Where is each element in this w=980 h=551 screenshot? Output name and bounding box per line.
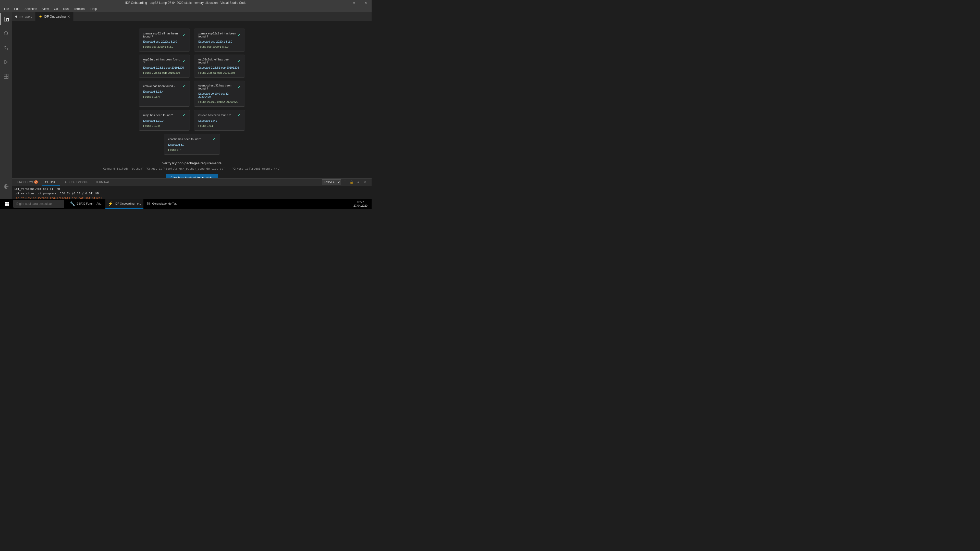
card-title-2-1: openocd-esp32 has been found ? — [198, 84, 238, 90]
panel-controls: ESP-IDF ☰ 🔒 ∧ ✕ — [322, 179, 369, 185]
menu-view[interactable]: View — [40, 6, 51, 11]
card-esp32s2ulp-elf: esp32s2ulp-elf has been found ? ✓ Expect… — [194, 55, 245, 78]
svg-rect-7 — [6, 76, 8, 79]
card-check-3-0: ✓ — [183, 113, 186, 117]
svg-rect-11 — [5, 202, 7, 204]
run-debug-icon[interactable] — [0, 56, 12, 68]
svg-rect-4 — [4, 74, 6, 76]
tab-modified-indicator — [15, 16, 18, 17]
tab-idf-onboarding[interactable]: ⚡ IDF Onboarding ✕ — [35, 12, 73, 21]
card-check-2-1: ✓ — [238, 85, 241, 89]
taskbar-time: 02:27 27/04/2020 — [353, 200, 368, 208]
taskbar-apps: 🔧 ESP32 Forum - Att... ⚡ IDF Onboarding … — [67, 199, 181, 209]
panel-tab-terminal-label: TERMINAL — [95, 181, 110, 184]
card-expected-1-0: Expected 2.28.51-esp-20191205 — [143, 66, 186, 69]
menu-bar: File Edit Selection View Go Run Terminal… — [0, 6, 372, 12]
card-title-3-1: idf-exe has been found ? — [198, 114, 231, 117]
verify-title: Verify Python packages requirements — [22, 161, 361, 165]
menu-file[interactable]: File — [2, 6, 11, 11]
card-check-ccache: ✓ — [213, 137, 216, 141]
remote-icon[interactable] — [0, 180, 12, 192]
taskbar-time-value: 02:27 — [357, 200, 364, 203]
editor-content[interactable]: xtensa-esp32-elf has been found ? ✓ Expe… — [12, 21, 372, 178]
explorer-icon[interactable] — [0, 13, 12, 25]
check-tools-button[interactable]: Click here to check tools exists. — [166, 174, 218, 178]
taskbar-app-2[interactable]: 🖥 Gerenciador de Tar... — [144, 199, 181, 209]
card-title-0-0: xtensa-esp32-elf has been found ? — [143, 32, 183, 38]
title-bar: IDF Onboarding - esp32-Lamp-07-04-2020-s… — [0, 0, 372, 6]
card-check-0-1: ✓ — [238, 33, 241, 37]
close-button[interactable]: ✕ — [360, 0, 372, 6]
verify-command: Command failed: "python" "C:\esp-idf\too… — [22, 167, 361, 170]
menu-terminal[interactable]: Terminal — [72, 6, 87, 11]
maximize-button[interactable]: □ — [348, 0, 360, 6]
taskbar-app-label-2: Gerenciador de Tar... — [152, 202, 178, 205]
card-cmake: cmake has been found ? ✓ Expected 3.16.4… — [139, 81, 190, 106]
panel-lock-btn[interactable]: 🔒 — [348, 179, 354, 185]
taskbar-app-icon-1: ⚡ — [108, 201, 113, 206]
activity-bar — [0, 12, 12, 209]
card-check-1-0: ✓ — [183, 59, 186, 63]
card-idf-exe: idf-exe has been found ? ✓ Expected 1.0.… — [194, 110, 245, 130]
card-expected-1-1: Expected 2.28.51-esp-20191205 — [198, 66, 241, 69]
panel-tab-output-label: OUTPUT — [45, 181, 57, 184]
search-icon[interactable] — [0, 27, 12, 40]
main-area: my_app.c ⚡ IDF Onboarding ✕ xtensa-esp32… — [12, 12, 372, 209]
tab-output[interactable]: OUTPUT — [42, 179, 60, 186]
card-header-2-1: openocd-esp32 has been found ? ✓ — [198, 84, 241, 90]
card-found-0-0: Found esp-2020r1-8.2.0 — [143, 45, 186, 48]
panel-lines-btn[interactable]: ☰ — [342, 179, 348, 185]
panel-tabs: PROBLEMS 2 OUTPUT DEBUG CONSOLE TERMINAL — [12, 179, 372, 186]
menu-help[interactable]: Help — [89, 6, 99, 11]
verify-section: Verify Python packages requirements Comm… — [22, 161, 361, 178]
card-found-3-0: Found 1.10.0 — [143, 124, 186, 127]
taskbar-search-input[interactable] — [13, 200, 64, 208]
window-title: IDF Onboarding - esp32-Lamp-07-04-2020-s… — [125, 1, 247, 5]
source-control-icon[interactable] — [0, 41, 12, 54]
card-found-2-1: Found v0.10.0-esp32-20200420 — [198, 100, 241, 103]
svg-rect-6 — [4, 76, 6, 79]
cards-row-1: esp32ulp-elf has been found ? ✓ Expected… — [139, 55, 245, 78]
menu-run[interactable]: Run — [61, 6, 71, 11]
taskbar-app-1[interactable]: ⚡ IDF Onboarding - e... — [105, 199, 143, 209]
card-found-1-0: Found 2.28.51-esp-20191205 — [143, 71, 186, 74]
card-expected-0-1: Expected esp-2020r1-8.2.0 — [198, 40, 241, 43]
menu-selection[interactable]: Selection — [22, 6, 39, 11]
card-xtensa-esp32s2-elf: xtensa-esp32s2-elf has been found ? ✓ Ex… — [194, 29, 245, 52]
taskbar-app-icon-2: 🖥 — [146, 201, 151, 206]
card-found-2-0: Found 3.16.4 — [143, 95, 186, 98]
tab-terminal[interactable]: TERMINAL — [92, 179, 113, 186]
minimize-button[interactable]: ─ — [336, 0, 348, 6]
card-title-0-1: xtensa-esp32s2-elf has been found ? — [198, 32, 238, 38]
tab-problems[interactable]: PROBLEMS 2 — [14, 179, 41, 186]
app-layout: my_app.c ⚡ IDF Onboarding ✕ xtensa-esp32… — [0, 12, 372, 209]
card-title-ccache: ccache has been found ? — [168, 138, 201, 141]
card-expected-3-1: Expected 1.0.1 — [198, 119, 241, 122]
card-header-0-1: xtensa-esp32s2-elf has been found ? ✓ — [198, 32, 241, 38]
tab-my-app-c[interactable]: my_app.c — [12, 12, 35, 21]
card-check-1-1: ✓ — [238, 59, 241, 63]
card-title-3-0: ninja has been found ? — [143, 114, 173, 117]
extensions-icon[interactable] — [0, 70, 12, 83]
menu-edit[interactable]: Edit — [12, 6, 21, 11]
taskbar-start-button[interactable] — [2, 199, 12, 209]
svg-point-2 — [4, 46, 6, 47]
card-title-1-1: esp32s2ulp-elf has been found ? — [198, 58, 238, 64]
taskbar-app-0[interactable]: 🔧 ESP32 Forum - Att... — [67, 199, 105, 209]
taskbar-right: 02:27 27/04/2020 — [353, 200, 369, 208]
card-expected-2-1: Expected v0.10.0-esp32-20200420 — [198, 92, 241, 98]
problems-badge: 2 — [34, 180, 38, 184]
tab-label-my-app-c: my_app.c — [19, 15, 32, 18]
panel-collapse-btn[interactable]: ∧ — [355, 179, 361, 185]
menu-go[interactable]: Go — [52, 6, 60, 11]
tab-close-button[interactable]: ✕ — [67, 14, 70, 19]
card-header-1-0: esp32ulp-elf has been found ? ✓ — [143, 58, 186, 64]
output-source-select[interactable]: ESP-IDF — [322, 179, 341, 185]
card-header-3-0: ninja has been found ? ✓ — [143, 113, 186, 117]
card-header-1-1: esp32s2ulp-elf has been found ? ✓ — [198, 58, 241, 64]
tab-debug-console[interactable]: DEBUG CONSOLE — [61, 179, 91, 186]
panel-line-0: idf_versions.txt has (1) KB — [14, 187, 369, 191]
panel-close-btn[interactable]: ✕ — [362, 179, 368, 185]
card-openocd-esp32: openocd-esp32 has been found ? ✓ Expecte… — [194, 81, 245, 106]
taskbar-app-label-0: ESP32 Forum - Att... — [76, 202, 102, 205]
